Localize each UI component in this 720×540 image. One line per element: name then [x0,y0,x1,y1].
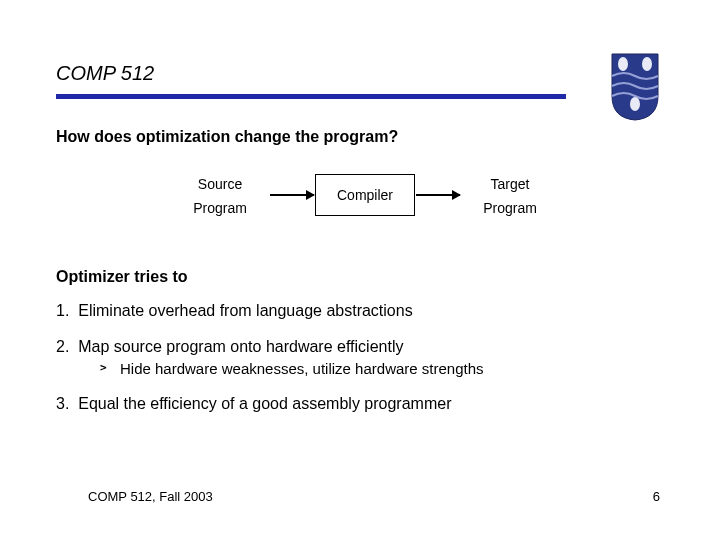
header-rule [56,94,566,99]
list-item: 3. Equal the efficiency of a good assemb… [56,393,664,415]
item-number: 1. [56,302,69,319]
diagram-compiler-box: Compiler [315,174,415,216]
sub-list: Hide hardware weaknesses, utilize hardwa… [100,359,664,379]
svg-point-2 [630,97,640,111]
item-text: Map source program onto hardware efficie… [78,338,403,355]
list-item: 1. Eliminate overhead from language abst… [56,300,664,322]
svg-point-1 [642,57,652,71]
diagram-target-label-top: Target [460,176,560,192]
arrow-icon [416,194,460,196]
body-lead: Optimizer tries to [56,268,664,286]
diagram-target-label-bottom: Program [460,200,560,216]
diagram-source-label-top: Source [170,176,270,192]
compiler-diagram: Source Program Compiler Target Program [130,170,590,230]
item-text: Equal the efficiency of a good assembly … [78,395,451,412]
footer-page-number: 6 [653,489,660,504]
course-header: COMP 512 [56,62,154,85]
rice-shield-logo [610,52,660,122]
svg-point-0 [618,57,628,71]
diagram-source-label-bottom: Program [170,200,270,216]
list-item: 2. Map source program onto hardware effi… [56,336,664,380]
sub-item: Hide hardware weaknesses, utilize hardwa… [100,359,664,379]
arrow-icon [270,194,314,196]
item-number: 2. [56,338,69,355]
item-number: 3. [56,395,69,412]
slide: COMP 512 How does optimization change th… [0,0,720,540]
footer-course-term: COMP 512, Fall 2003 [88,489,213,504]
slide-body: Optimizer tries to 1. Eliminate overhead… [56,268,664,429]
item-text: Eliminate overhead from language abstrac… [78,302,412,319]
slide-subtitle: How does optimization change the program… [56,128,398,146]
